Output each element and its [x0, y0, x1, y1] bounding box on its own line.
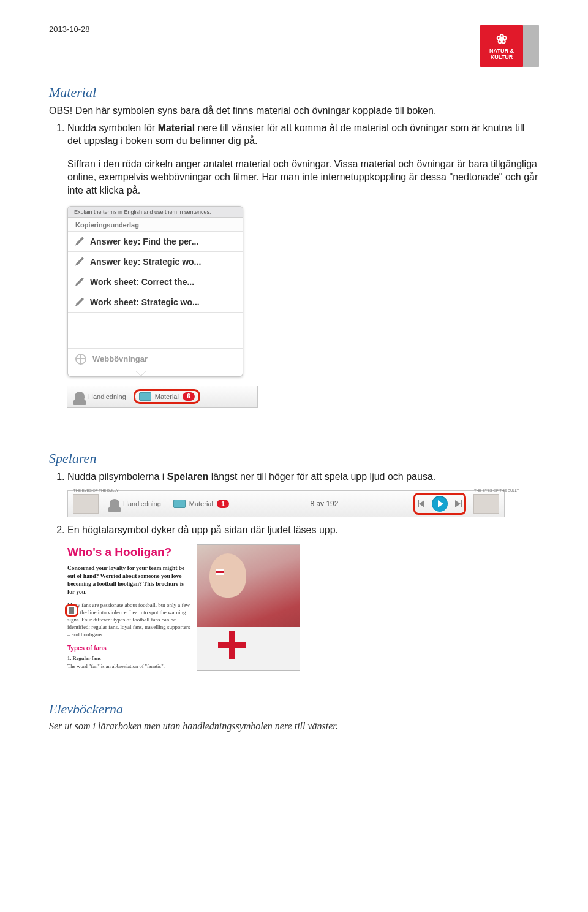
popup-item[interactable]: Answer key: Strategic wo... — [68, 252, 243, 272]
spelaren-step-1: Nudda pilsymbolerna i Spelaren längst ne… — [67, 470, 539, 484]
toolbar-handledning[interactable]: Handledning — [104, 499, 167, 509]
next-track-button[interactable] — [455, 500, 462, 507]
material-count-badge: 1 — [217, 500, 229, 508]
pencil-icon — [75, 237, 84, 246]
book-icon — [173, 500, 186, 508]
screenshot-material-popup: Explain the terms in English and use the… — [67, 206, 539, 408]
toolbar-material[interactable]: Material1 — [167, 500, 235, 508]
article-line: The word "fan" is an abbreviation of "fa… — [67, 663, 190, 670]
highlight-ring: Material 6 — [134, 389, 200, 404]
toolbar-handledning[interactable]: Handledning — [67, 392, 134, 401]
globe-icon — [75, 354, 86, 365]
article-photo — [197, 544, 300, 671]
pencil-icon — [75, 257, 84, 266]
popup-web-disabled: Webbövningar — [68, 348, 243, 370]
person-icon — [110, 499, 119, 509]
popup-section-label: Kopieringsunderlag — [68, 218, 243, 232]
highlight-ring — [65, 604, 78, 617]
brand-logo: ❀ NATUR & KULTUR — [480, 25, 539, 67]
page-counter: 8 av 192 — [235, 500, 413, 508]
prev-track-button[interactable] — [418, 500, 424, 507]
page-thumb-left[interactable]: THE EYES OF THE BULLY — [73, 494, 99, 514]
highlight-ring — [413, 493, 466, 515]
material-step-1: Nudda symbolen för Material nere till vä… — [67, 121, 539, 148]
book-icon — [139, 392, 151, 401]
toolbar-material[interactable]: Material 6 — [139, 392, 195, 401]
popup-item[interactable]: Answer key: Find the per... — [68, 232, 243, 252]
material-count-badge: 6 — [183, 392, 195, 401]
person-icon — [75, 392, 85, 401]
page-date: 2013-10-28 — [49, 25, 90, 34]
page-thumb-right[interactable]: THE EYES OF THE BULLY — [473, 494, 499, 514]
article-list-item: 1. Regular fans — [67, 655, 190, 662]
elev-subline: Ser ut som i lärarboken men utan handled… — [49, 721, 539, 732]
section-heading-material: Material — [49, 85, 539, 101]
material-intro: OBS! Den här symbolen syns bara då det f… — [49, 104, 539, 118]
article-title: Who's a Hooligan? — [67, 544, 190, 560]
bottom-toolbar: Handledning Material 6 — [67, 386, 258, 408]
popup-topbar: Explain the terms in English and use the… — [68, 207, 243, 218]
pencil-icon — [75, 298, 84, 306]
popup-item[interactable]: Work sheet: Strategic wo... — [68, 292, 243, 313]
screenshot-player-bar: THE EYES OF THE BULLY Handledning Materi… — [67, 490, 505, 517]
popup-item[interactable]: Work sheet: Correct the... — [68, 272, 243, 292]
screenshot-article: Who's a Hooligan? Concerned your loyalty… — [67, 544, 300, 671]
section-heading-elev: Elevböckerna — [49, 701, 539, 717]
section-heading-spelaren: Spelaren — [49, 450, 539, 466]
play-button[interactable] — [432, 496, 448, 512]
spelaren-step-2: En högtalarsymbol dyker då upp på sidan … — [67, 523, 539, 537]
pencil-icon — [75, 278, 84, 286]
material-para-2: Siffran i den röda cirkeln anger antalet… — [67, 158, 539, 197]
article-subhead: Types of fans — [67, 644, 190, 653]
article-lead: Concerned your loyalty for your team mig… — [67, 564, 190, 596]
speaker-icon — [69, 607, 74, 614]
tree-icon: ❀ — [496, 32, 507, 46]
article-body: Many fans are passionate about football,… — [67, 602, 190, 638]
